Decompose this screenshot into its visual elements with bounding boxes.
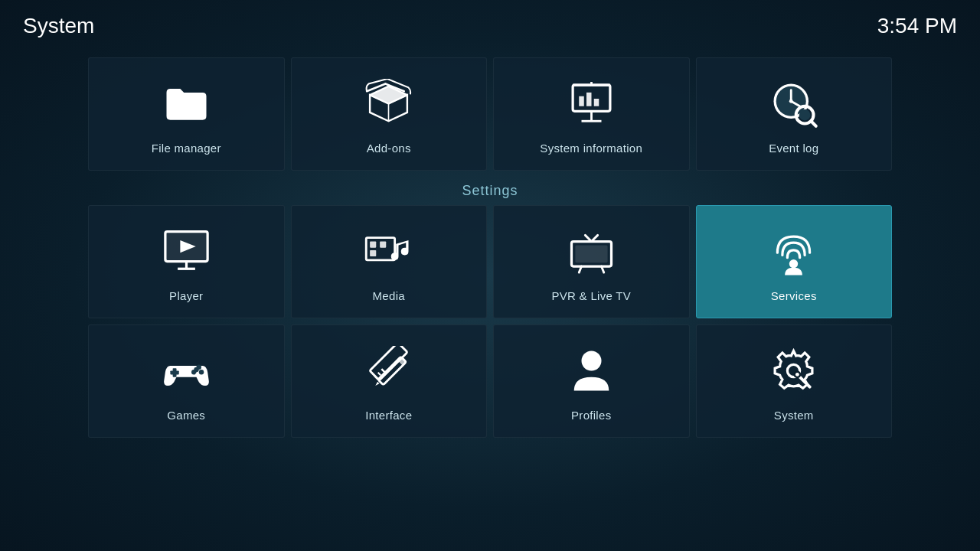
- tile-file-manager[interactable]: File manager: [88, 57, 285, 171]
- top-row: File manager Add-ons: [88, 57, 892, 171]
- svg-point-51: [795, 373, 799, 377]
- top-bar: System 3:54 PM: [0, 0, 980, 52]
- settings-section: Settings Player: [88, 177, 892, 438]
- svg-point-37: [199, 370, 204, 375]
- settings-row-1: Player Media: [88, 205, 892, 318]
- svg-point-33: [789, 259, 798, 268]
- tile-system-information-label: System information: [540, 142, 642, 155]
- tile-system-information[interactable]: System information: [493, 57, 690, 171]
- tile-media[interactable]: Media: [291, 205, 488, 318]
- svg-line-42: [378, 373, 381, 375]
- tile-add-ons-label: Add-ons: [367, 142, 411, 155]
- svg-point-14: [789, 99, 793, 103]
- svg-point-39: [191, 370, 197, 375]
- tile-file-manager-label: File manager: [152, 142, 221, 155]
- tile-interface[interactable]: Interface: [291, 324, 488, 438]
- system-settings-icon: [767, 344, 821, 398]
- profiles-icon: [564, 344, 618, 398]
- svg-point-47: [581, 351, 601, 371]
- tile-event-log-label: Event log: [769, 142, 818, 155]
- svg-rect-26: [370, 250, 376, 256]
- interface-icon: [362, 344, 416, 398]
- tv-icon: [564, 225, 618, 279]
- tile-interface-label: Interface: [365, 409, 412, 422]
- tile-games-label: Games: [167, 409, 205, 422]
- svg-point-38: [196, 364, 201, 370]
- settings-row-2: Games Interface: [88, 324, 892, 438]
- player-icon: [159, 225, 213, 279]
- clock-search-icon: [767, 77, 821, 131]
- tile-event-log[interactable]: Event log: [696, 57, 893, 171]
- svg-rect-24: [370, 242, 376, 248]
- svg-rect-4: [579, 96, 584, 106]
- svg-rect-25: [380, 242, 386, 248]
- tile-pvr-live-tv-label: PVR & Live TV: [551, 289, 631, 302]
- gamepad-icon: [159, 344, 213, 398]
- folder-icon: [159, 77, 213, 131]
- box-icon: [362, 77, 416, 131]
- main-content: File manager Add-ons: [88, 57, 892, 528]
- svg-rect-35: [170, 371, 178, 375]
- tile-media-label: Media: [373, 289, 405, 302]
- svg-rect-23: [367, 238, 395, 260]
- svg-line-17: [812, 121, 817, 126]
- tile-profiles[interactable]: Profiles: [493, 324, 690, 438]
- svg-rect-6: [594, 99, 599, 106]
- svg-marker-45: [374, 382, 379, 386]
- settings-label: Settings: [88, 177, 892, 205]
- presentation-icon: [564, 77, 618, 131]
- tile-games[interactable]: Games: [88, 324, 285, 438]
- svg-marker-0: [370, 86, 407, 104]
- tile-player-label: Player: [169, 289, 203, 302]
- tile-services[interactable]: Services: [696, 205, 893, 318]
- tile-pvr-live-tv[interactable]: PVR & Live TV: [493, 205, 690, 318]
- tile-player[interactable]: Player: [88, 205, 285, 318]
- services-icon: [767, 225, 821, 279]
- svg-point-16: [799, 109, 811, 121]
- tile-add-ons[interactable]: Add-ons: [291, 57, 488, 171]
- page-title: System: [23, 14, 94, 38]
- svg-rect-5: [586, 93, 592, 106]
- tile-system-label: System: [774, 409, 814, 422]
- tile-profiles-label: Profiles: [571, 409, 611, 422]
- tile-services-label: Services: [771, 289, 817, 302]
- tile-system[interactable]: System: [696, 324, 893, 438]
- clock: 3:54 PM: [877, 14, 957, 38]
- media-icon: [362, 225, 416, 279]
- svg-rect-32: [575, 245, 607, 262]
